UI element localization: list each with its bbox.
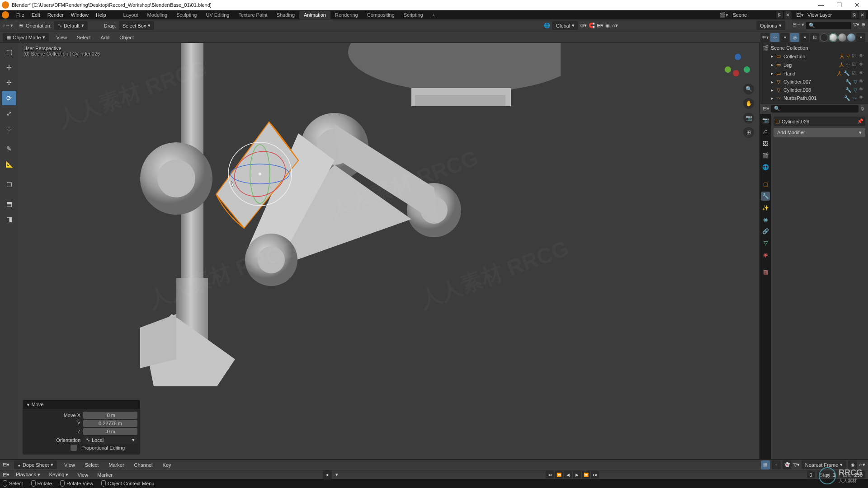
to-sphere-tool[interactable]: ◨ (2, 212, 16, 226)
editor-type-selector[interactable]: ⊟▾ (3, 472, 9, 478)
filter-button[interactable]: ▽▾ (853, 22, 859, 29)
transform-tool[interactable]: ⊹ (2, 122, 16, 136)
chevron-right-icon[interactable]: ▸ (771, 70, 774, 76)
timeline-marker-menu[interactable]: Marker (94, 471, 115, 479)
select-box-tool[interactable]: ⬚ (2, 45, 16, 59)
exclude-toggle[interactable]: ☑ (852, 62, 858, 68)
exclude-toggle[interactable]: ☑ (852, 70, 858, 77)
dope-key-menu[interactable]: Key (160, 461, 174, 469)
object-tab[interactable]: ▢ (761, 180, 770, 189)
physics-tab[interactable]: ◉ (761, 215, 770, 224)
editor-type-button[interactable]: ±↔▾ (3, 23, 13, 28)
chevron-right-icon[interactable]: ▸ (771, 95, 774, 101)
dope-channel-menu[interactable]: Channel (132, 461, 156, 469)
new-layer-button[interactable]: ⎘ (851, 11, 858, 19)
chevron-right-icon[interactable]: ▸ (771, 79, 774, 85)
overlay-toggle[interactable]: ◎ (790, 33, 799, 42)
delete-layer-button[interactable]: ✕ (859, 11, 866, 19)
dope-marker-menu[interactable]: Marker (106, 461, 127, 469)
selectability-toggle[interactable]: 👁▾ (760, 33, 769, 42)
scene-browser-icon[interactable]: 🎬▾ (719, 12, 728, 18)
pin-icon[interactable]: 📌 (857, 118, 863, 124)
dope-mode[interactable]: ⬥ Dope Sheet ▾ (14, 460, 57, 469)
select-menu[interactable]: Select (74, 33, 94, 42)
gizmo-x-pos[interactable] (733, 70, 739, 76)
snap-toggle[interactable]: 🧲 (589, 23, 595, 28)
tab-animation[interactable]: Animation (299, 11, 330, 19)
tree-collection[interactable]: ▸ ▭ Collection 人 ▽ ☑ 👁 (760, 52, 868, 61)
particle-tab[interactable]: ✨ (761, 203, 770, 212)
move-tool[interactable]: ✢ (2, 75, 16, 90)
jump-to-keyframe-back[interactable]: ⏪ (555, 471, 563, 479)
pivot-dropdown[interactable]: ⊙▾ (580, 23, 587, 28)
snap-dropdown[interactable]: ⊞▾ (597, 23, 604, 28)
menu-edit[interactable]: Edit (28, 11, 44, 19)
props-editor-button[interactable]: ⊟▾ (763, 106, 769, 112)
tab-compositing[interactable]: Compositing (363, 11, 399, 19)
rendered-shading[interactable] (847, 33, 855, 42)
view-layer-field[interactable]: View Layer (805, 11, 850, 19)
zoom-icon[interactable]: 🔍 (743, 84, 754, 94)
props-search[interactable]: 🔍 (771, 105, 859, 113)
tab-layout[interactable]: Layout (119, 11, 143, 19)
delete-scene-button[interactable]: ✕ (784, 11, 792, 19)
visibility-toggle[interactable]: 👁 (859, 95, 865, 101)
orientation-dropdown[interactable]: ⤡ Default ▾ (54, 21, 88, 30)
tree-hand[interactable]: ▸ ▭ Hand 人 🔧 ☑ 👁 (760, 69, 868, 78)
jump-to-keyframe-fwd[interactable]: ⏩ (582, 471, 590, 479)
chevron-right-icon[interactable]: ▸ (771, 87, 774, 93)
move-z-value[interactable]: -0 m (83, 428, 137, 435)
move-x-value[interactable]: -0 m (83, 412, 137, 419)
current-frame[interactable]: 0 (807, 471, 815, 479)
tree-cylinder007[interactable]: ▸ ▽ Cylinder.007 🔧 ▽ 👁 (760, 78, 868, 86)
play-reverse[interactable]: ◀ (564, 471, 572, 479)
scene-tab[interactable]: 🎬 (761, 151, 770, 160)
jump-to-end[interactable]: ⏭ (591, 471, 599, 479)
layer-browser-icon[interactable]: 🖼▾ (796, 12, 804, 18)
camera-icon[interactable]: 📷 (743, 113, 754, 123)
tab-add[interactable]: + (428, 11, 439, 19)
move-y-value[interactable]: 0.22776 m (83, 420, 137, 427)
tab-sculpting[interactable]: Sculpting (172, 11, 201, 19)
solid-shading[interactable] (829, 33, 837, 42)
tree-nurbspath[interactable]: ▸ 〰 NurbsPath.001 🔧 〰 👁 (760, 94, 868, 102)
data-tab[interactable]: ▽ (761, 239, 770, 248)
world-tab[interactable]: 🌐 (761, 163, 770, 172)
view-menu[interactable]: View (53, 33, 70, 42)
options-dropdown[interactable]: Options▾ (756, 21, 785, 30)
overlay-dropdown[interactable]: ▾ (800, 33, 809, 42)
tab-scripting[interactable]: Scripting (399, 11, 428, 19)
shading-dropdown[interactable]: ▾ (856, 33, 865, 42)
material-shading[interactable] (838, 33, 846, 42)
shear-tool[interactable]: ⬒ (2, 197, 16, 211)
add-menu[interactable]: Add (98, 33, 113, 42)
auto-key-toggle[interactable]: ● (323, 470, 332, 479)
proportional-toggle[interactable]: ◉ (605, 23, 610, 28)
summary-toggle[interactable]: ▤ (761, 460, 770, 469)
gizmo-y-neg[interactable] (725, 66, 731, 73)
new-collection-button[interactable]: ⊕ (861, 22, 865, 29)
object-menu[interactable]: Object (117, 33, 137, 42)
menu-help[interactable]: Help (92, 11, 110, 19)
transform-orientation[interactable]: Global▾ (552, 21, 578, 30)
playback-menu[interactable]: Playback ▾ (13, 470, 43, 479)
menu-render[interactable]: Render (44, 11, 67, 19)
add-cube-tool[interactable]: ▢ (2, 177, 16, 191)
scale-tool[interactable]: ⤢ (2, 106, 16, 121)
jump-to-start[interactable]: ⏮ (546, 471, 554, 479)
render-tab[interactable]: 📷 (761, 116, 770, 125)
operator-title[interactable]: Move (23, 400, 140, 409)
options-icon[interactable]: ⛭ (860, 106, 865, 112)
keying-menu[interactable]: Keying ▾ (47, 470, 71, 479)
drag-dropdown[interactable]: Select Box ▾ (119, 21, 155, 30)
tree-cylinder008[interactable]: ▸ ▽ Cylinder.008 🔧 ▽ 👁 (760, 86, 868, 94)
wireframe-shading[interactable] (820, 33, 828, 42)
tab-shading[interactable]: Shading (272, 11, 299, 19)
gizmo-dropdown[interactable]: ▾ (780, 33, 789, 42)
viewport-3d[interactable]: User Perspective (0) Scene Collection | … (18, 43, 760, 459)
timeline-view-menu[interactable]: View (75, 471, 91, 479)
chevron-right-icon[interactable]: ▸ (771, 62, 774, 68)
cursor-tool[interactable]: ✛ (2, 60, 16, 75)
orientation-dropdown[interactable]: ⤡ Local ▾ (83, 436, 137, 444)
material-tab[interactable]: ◉ (761, 250, 770, 259)
